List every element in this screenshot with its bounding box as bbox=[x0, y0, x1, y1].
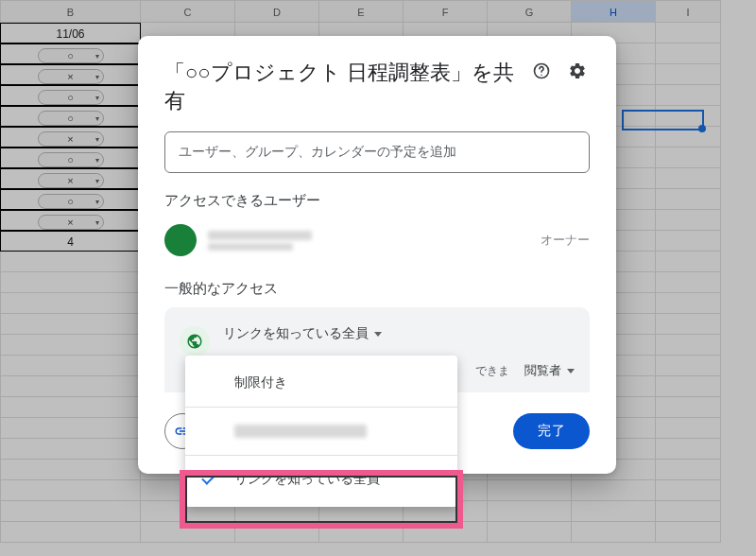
owner-row: オーナー bbox=[164, 219, 590, 261]
access-section-label: アクセスできるユーザー bbox=[164, 192, 590, 210]
help-icon[interactable] bbox=[529, 59, 554, 83]
add-people-input[interactable]: ユーザー、グループ、カレンダーの予定を追加 bbox=[164, 131, 590, 173]
done-button[interactable]: 完了 bbox=[513, 413, 590, 449]
general-access-select[interactable]: リンクを知っている全員 bbox=[223, 325, 575, 342]
dropdown-separator bbox=[185, 455, 457, 456]
dialog-title: 「○○プロジェクト 日程調整表」を共有 bbox=[164, 59, 518, 114]
dropdown-separator bbox=[185, 407, 457, 408]
dropdown-item-restricted[interactable]: 制限付き bbox=[185, 361, 457, 405]
add-people-placeholder: ユーザー、グループ、カレンダーの予定を追加 bbox=[179, 144, 456, 161]
globe-icon bbox=[180, 326, 210, 356]
general-access-dropdown: 制限付き リンクを知っている全員 bbox=[185, 356, 457, 507]
general-access-label: 一般的なアクセス bbox=[164, 280, 590, 298]
owner-info bbox=[208, 231, 529, 251]
role-select[interactable]: 閲覧者 bbox=[524, 362, 575, 379]
general-access-subtext: できま bbox=[475, 363, 509, 379]
gear-icon[interactable] bbox=[565, 59, 590, 83]
owner-role-label: オーナー bbox=[541, 232, 590, 249]
dropdown-item-anyone-with-link[interactable]: リンクを知っている全員 bbox=[185, 458, 457, 501]
dropdown-item-redacted[interactable] bbox=[185, 409, 457, 453]
redacted-text bbox=[234, 425, 367, 438]
avatar bbox=[164, 224, 197, 256]
svg-point-1 bbox=[541, 74, 542, 76]
